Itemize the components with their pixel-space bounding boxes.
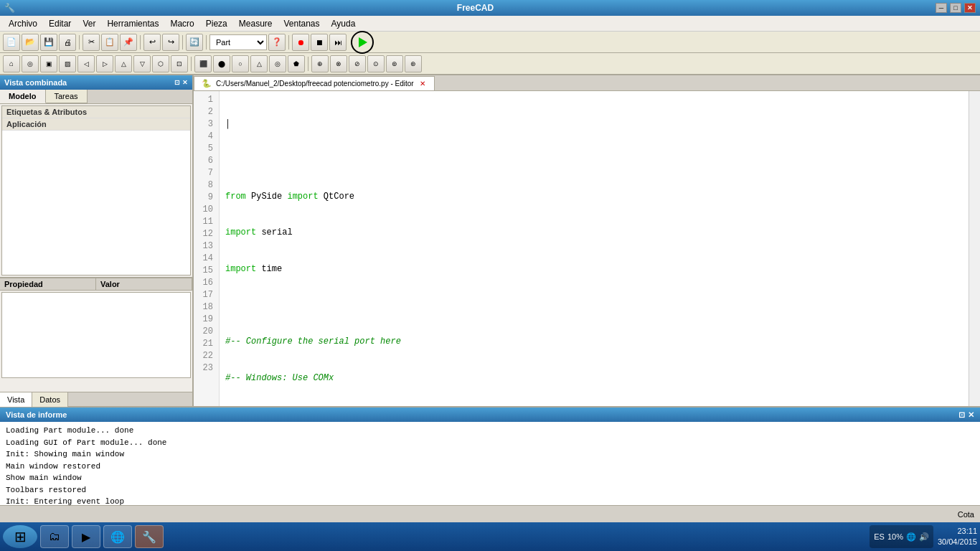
shape2-button[interactable]: ⊗ — [330, 55, 347, 72]
help-button[interactable]: ❓ — [268, 34, 286, 51]
tree-item-app[interactable]: Aplicación — [2, 118, 190, 131]
vertical-scrollbar[interactable] — [969, 91, 980, 406]
new-button[interactable]: 📄 — [3, 34, 20, 51]
view-tab-vista[interactable]: Vista — [0, 392, 32, 407]
locale-indicator: ES — [874, 532, 885, 541]
network-icon: 🌐 — [906, 532, 916, 542]
cone-button[interactable]: △ — [250, 55, 268, 72]
redo-button[interactable]: ↪ — [162, 34, 179, 51]
shape1-button[interactable]: ⊕ — [311, 55, 329, 72]
view-fit-button[interactable]: ⊡ — [171, 55, 188, 72]
clock-time: 23:11 — [938, 526, 977, 537]
paste-button[interactable]: 📌 — [120, 34, 137, 51]
status-text: Cota — [958, 510, 974, 519]
taskbar-explorer[interactable]: 🗂 — [40, 525, 69, 548]
taskbar-clock: 23:11 30/04/2015 — [938, 526, 977, 548]
panel-float-button[interactable]: ⊡ — [174, 79, 180, 86]
report-line-2: Loading GUI of Part module... done — [6, 437, 974, 449]
shape6-button[interactable]: ⊛ — [405, 55, 422, 72]
prop-col-property: Propiedad — [0, 278, 96, 290]
report-line-4: Main window restored — [6, 461, 974, 473]
menu-pieza[interactable]: Pieza — [200, 17, 233, 30]
tab-modelo[interactable]: Modelo — [0, 90, 46, 103]
taskbar-media[interactable]: ▶ — [72, 525, 100, 548]
view-iso-button[interactable]: ⬡ — [152, 55, 169, 72]
torus-button[interactable]: ◎ — [269, 55, 286, 72]
menu-archivo[interactable]: Archivo — [3, 17, 43, 30]
taskbar-firefox[interactable]: 🌐 — [103, 525, 132, 548]
cylinder-button[interactable]: ⬤ — [213, 55, 230, 72]
code-editor[interactable]: 12345 678910 1112131415 1617181920 21222… — [194, 91, 980, 406]
view-front-button[interactable]: ▣ — [40, 55, 57, 72]
sys-tray: ES 10% 🌐 🔊 — [870, 525, 933, 548]
refresh-button[interactable]: 🔄 — [186, 34, 203, 51]
report-line-3: Init: Showing main window — [6, 448, 974, 461]
report-close-icon[interactable]: ✕ — [968, 410, 974, 420]
menu-ver[interactable]: Ver — [77, 17, 101, 30]
box-button[interactable]: ⬛ — [194, 55, 212, 72]
panel-close-button[interactable]: ✕ — [182, 79, 188, 86]
record-button[interactable]: ⏺ — [292, 34, 309, 51]
tube-button[interactable]: ⬟ — [288, 55, 305, 72]
battery-indicator: 10% — [887, 532, 903, 541]
code-line-6 — [225, 300, 963, 312]
view-left-button[interactable]: ◁ — [77, 55, 95, 72]
close-button[interactable]: ✕ — [964, 3, 976, 13]
print-button[interactable]: 🖨 — [59, 34, 76, 51]
code-content[interactable]: │ from PySide import QtCore import seria… — [220, 91, 969, 406]
tree-section: Etiquetas & Atributos Aplicación — [1, 105, 191, 276]
editor-tab-close-button[interactable]: ✕ — [418, 80, 427, 88]
open-button[interactable]: 📂 — [22, 34, 39, 51]
stop-button[interactable]: ⏹ — [311, 34, 328, 51]
line-numbers: 12345 678910 1112131415 1617181920 21222… — [194, 91, 220, 406]
tab-tareas[interactable]: Tareas — [46, 90, 88, 103]
menu-ayuda[interactable]: Ayuda — [326, 17, 362, 30]
view-right-button[interactable]: ▷ — [96, 55, 113, 72]
run-macro-button[interactable] — [351, 31, 374, 54]
view-tab-datos[interactable]: Datos — [32, 392, 68, 407]
sep-3 — [182, 35, 183, 50]
report-float-icon[interactable]: ⊡ — [958, 410, 965, 420]
property-panel: Propiedad Valor — [0, 277, 192, 392]
taskbar-right: ES 10% 🌐 🔊 23:11 30/04/2015 — [870, 525, 977, 548]
sphere-button[interactable]: ○ — [232, 55, 249, 72]
title-bar-buttons: ─ □ ✕ — [936, 3, 976, 13]
menu-editar[interactable]: Editar — [43, 17, 77, 30]
report-header: Vista de informe ⊡ ✕ — [0, 408, 980, 422]
view-home-button[interactable]: ⌂ — [3, 55, 20, 72]
editor-tab-bar: 🐍 C:/Users/Manuel_2/Desktop/freecad pote… — [194, 75, 980, 91]
view-perspective-button[interactable]: ◎ — [22, 55, 39, 72]
code-line-7: #-- Configure the serial port here — [225, 336, 963, 348]
menu-herramientas[interactable]: Herramientas — [101, 17, 164, 30]
taskbar: ⊞ 🗂 ▶ 🌐 🔧 ES 10% 🌐 🔊 23:11 30/04/2015 — [0, 522, 980, 551]
start-button[interactable]: ⊞ — [3, 525, 37, 548]
view-top-button[interactable]: △ — [115, 55, 132, 72]
maximize-button[interactable]: □ — [950, 3, 961, 13]
view-bottom-button[interactable]: ▽ — [133, 55, 151, 72]
menu-macro[interactable]: Macro — [164, 17, 199, 30]
shape5-button[interactable]: ⊚ — [386, 55, 403, 72]
report-line-1: Loading Part module... done — [6, 425, 974, 437]
shape3-button[interactable]: ⊘ — [349, 55, 366, 72]
title-bar-icon: 🔧 — [4, 3, 15, 13]
copy-button[interactable]: 📋 — [101, 34, 118, 51]
minimize-button[interactable]: ─ — [936, 3, 947, 13]
tree-item-labels[interactable]: Etiquetas & Atributos — [2, 106, 190, 118]
prop-col-value: Valor — [96, 278, 192, 290]
speaker-icon: 🔊 — [919, 532, 929, 542]
step-button[interactable]: ⏭ — [329, 34, 347, 51]
view-back-button[interactable]: ▨ — [59, 55, 76, 72]
menu-ventanas[interactable]: Ventanas — [278, 17, 325, 30]
editor-tab[interactable]: 🐍 C:/Users/Manuel_2/Desktop/freecad pote… — [194, 76, 435, 90]
undo-button[interactable]: ↩ — [143, 34, 161, 51]
report-title: Vista de informe — [6, 410, 67, 419]
clock-date: 30/04/2015 — [938, 537, 977, 547]
workbench-select[interactable]: Part — [209, 34, 267, 50]
code-line-3: from PySide import QtCore — [225, 191, 963, 203]
menu-measure[interactable]: Measure — [233, 17, 278, 30]
taskbar-freecad[interactable]: 🔧 — [135, 525, 164, 548]
toolbar-row-2: ⌂ ◎ ▣ ▨ ◁ ▷ △ ▽ ⬡ ⊡ ⬛ ⬤ ○ △ ◎ ⬟ ⊕ ⊗ ⊘ ⊙ … — [0, 53, 980, 75]
shape4-button[interactable]: ⊙ — [367, 55, 385, 72]
save-button[interactable]: 💾 — [40, 34, 57, 51]
cut-button[interactable]: ✂ — [83, 34, 100, 51]
